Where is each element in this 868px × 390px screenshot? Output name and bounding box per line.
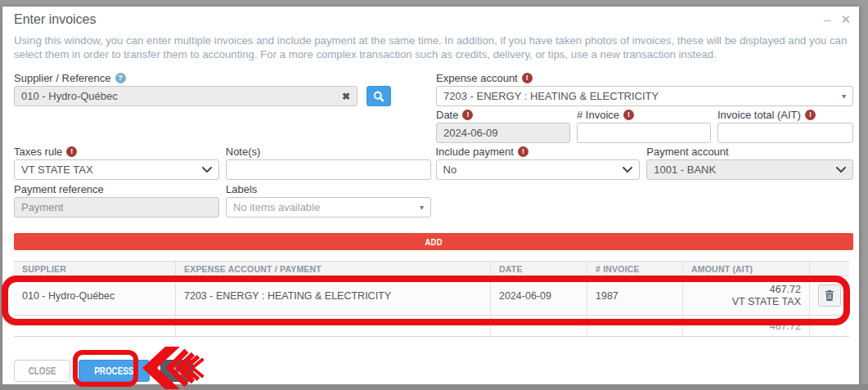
header-expense: EXPENSE ACCOUNT / PAYMENT — [176, 262, 491, 276]
include-payment-label: Include payment ! — [436, 146, 641, 158]
clear-icon[interactable]: ✖ — [342, 91, 350, 102]
invoices-table: SUPPLIER EXPENSE ACCOUNT / PAYMENT DATE … — [14, 261, 849, 337]
required-icon: ! — [462, 110, 473, 120]
header-invoice: # INVOICE — [587, 262, 683, 276]
payment-reference-label: Payment reference — [14, 183, 219, 195]
required-icon: ! — [805, 110, 816, 120]
chevron-down-icon — [202, 167, 212, 173]
search-icon — [373, 91, 385, 102]
notes-input[interactable] — [226, 159, 431, 180]
photos-button[interactable] — [160, 360, 193, 382]
caret-down-icon: ▾ — [842, 92, 846, 101]
dialog-description: Using this window, you can enter multipl… — [14, 34, 848, 61]
chevron-down-icon — [836, 167, 846, 173]
row-invoice: 1987 — [587, 276, 683, 315]
table-header-row: SUPPLIER EXPENSE ACCOUNT / PAYMENT DATE … — [14, 261, 849, 276]
notes-label: Note(s) — [226, 146, 431, 158]
supplier-input[interactable]: 010 - Hydro-Québec ✖ — [14, 86, 358, 106]
expense-account-select[interactable]: 7203 - ENERGY : HEATING & ELECTRICITY ▾ — [436, 86, 853, 106]
required-icon: ! — [66, 146, 77, 157]
header-actions — [810, 262, 849, 276]
minimize-icon[interactable]: – — [824, 13, 830, 25]
invoice-total-input[interactable] — [717, 123, 853, 143]
invoice-total-label: Invoice total (AIT) ! — [717, 109, 853, 121]
table-row[interactable]: 010 - Hydro-Québec 7203 - ENERGY : HEATI… — [14, 276, 849, 316]
payment-account-label: Payment account — [646, 146, 853, 158]
taxes-rule-select[interactable]: VT STATE TAX — [14, 159, 219, 180]
help-icon[interactable]: ? — [115, 73, 126, 83]
date-label: Date ! — [436, 109, 570, 121]
invoice-number-input[interactable] — [577, 123, 711, 143]
dialog-footer: CLOSE PROCESS — [14, 360, 193, 382]
required-icon: ! — [522, 73, 533, 83]
header-amount: AMOUNT (AIT) — [683, 262, 810, 276]
expense-account-label: Expense account ! — [436, 72, 853, 84]
background-strip — [0, 384, 868, 390]
dialog-titlebar: Enter invoices – ✕ — [14, 12, 851, 27]
total-amount: 467.72 — [683, 316, 810, 336]
caret-down-icon: ▾ — [420, 204, 424, 212]
enter-invoices-dialog: Enter invoices – ✕ Using this window, yo… — [2, 7, 859, 384]
include-payment-select[interactable]: No — [436, 159, 641, 180]
add-button[interactable]: ADD — [14, 233, 853, 250]
page-title: Enter invoices — [14, 12, 97, 27]
required-icon: ! — [623, 110, 634, 120]
row-amount: 467.72 VT STATE TAX — [683, 276, 810, 315]
delete-row-button[interactable] — [818, 285, 841, 307]
supplier-label: Supplier / Reference ? — [14, 72, 431, 84]
payment-reference-input[interactable]: Payment — [14, 197, 219, 217]
search-button[interactable] — [367, 86, 391, 106]
required-icon: ! — [518, 146, 528, 157]
close-icon[interactable]: ✕ — [840, 13, 851, 25]
trash-icon — [825, 290, 834, 301]
header-date: DATE — [491, 262, 587, 276]
row-supplier: 010 - Hydro-Québec — [14, 276, 176, 315]
date-input[interactable]: 2024-06-09 — [436, 123, 570, 143]
invoice-number-label: # Invoice ! — [577, 109, 711, 121]
payment-account-select[interactable]: 1001 - BANK — [646, 159, 853, 180]
header-supplier: SUPPLIER — [14, 262, 176, 276]
camera-icon — [172, 366, 182, 375]
table-total-row: 467.72 — [14, 316, 849, 337]
labels-label: Labels — [226, 183, 431, 195]
chevron-down-icon — [623, 167, 632, 173]
row-date: 2024-06-09 — [491, 276, 587, 315]
labels-select[interactable]: No items available ▾ — [226, 197, 431, 217]
row-expense: 7203 - ENERGY : HEATING & ELECTRICITY — [176, 276, 491, 315]
process-button[interactable]: PROCESS — [79, 360, 150, 382]
close-button[interactable]: CLOSE — [14, 360, 70, 382]
taxes-rule-label: Taxes rule ! — [14, 146, 219, 158]
